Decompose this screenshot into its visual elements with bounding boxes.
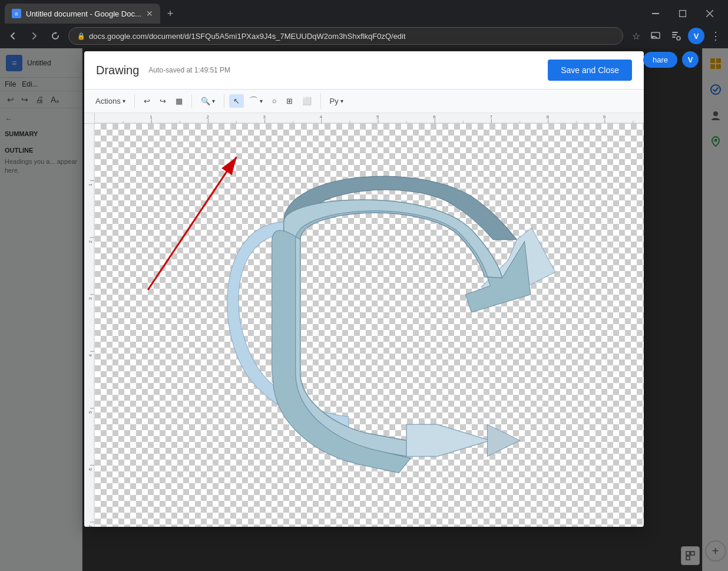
- svg-text:5: 5: [376, 114, 379, 120]
- svg-text:2: 2: [88, 240, 93, 243]
- share-label: hare: [653, 55, 668, 64]
- actions-label: Actions: [95, 97, 121, 105]
- close-button[interactable]: [696, 2, 723, 25]
- zoom-dropdown-icon: ▾: [212, 98, 215, 104]
- address-bar-icons: ☆ V ⋮: [628, 28, 723, 44]
- curve-dropdown-icon: ▾: [260, 98, 263, 104]
- chrome-menu-button[interactable]: ⋮: [708, 29, 723, 42]
- zoom-button[interactable]: 🔍 ▾: [197, 94, 219, 108]
- svg-text:7: 7: [489, 114, 492, 120]
- drawing-header: Drawing Auto-saved at 1:49:51 PM Save an…: [84, 51, 644, 90]
- browser-chrome: Untitled document - Google Doc... ✕ +: [0, 0, 728, 48]
- active-tab[interactable]: Untitled document - Google Doc... ✕: [5, 4, 160, 24]
- svg-text:3: 3: [263, 114, 266, 120]
- svg-text:7: 7: [88, 524, 93, 527]
- redo-icon: ↪: [160, 97, 166, 105]
- drawing-dialog: Drawing Auto-saved at 1:49:51 PM Save an…: [84, 51, 644, 527]
- drawing-overlay: Drawing Auto-saved at 1:49:51 PM Save an…: [0, 48, 728, 571]
- image-tool-button[interactable]: ⬜: [298, 94, 316, 108]
- drawing-toolbar: Actions ▾ ↩ ↪ ▦: [84, 90, 644, 113]
- drawing-title: Drawing: [96, 64, 139, 77]
- py-dropdown-icon: ▾: [340, 98, 343, 104]
- zoom-icon: 🔍: [201, 97, 210, 105]
- select-tool-icon: ↖: [233, 97, 240, 105]
- curve-tool-button[interactable]: ⌒ ▾: [245, 93, 267, 109]
- svg-text:5: 5: [88, 411, 93, 414]
- save-and-close-button[interactable]: Save and Close: [548, 60, 632, 81]
- user-avatar[interactable]: V: [682, 51, 699, 68]
- main-content: ≡ Untitled File Edi... ↩ ↪ 🖨 Aₐ ← SUMMAR…: [0, 48, 728, 571]
- oval-tool-button[interactable]: ○: [268, 94, 281, 108]
- forward-button[interactable]: [26, 28, 42, 44]
- redo-button[interactable]: ↪: [155, 94, 170, 108]
- drawing-canvas-area[interactable]: [95, 124, 644, 527]
- reload-button[interactable]: [47, 28, 64, 44]
- address-bar: 🔒 docs.google.com/document/d/1SFQu5A5mi1…: [0, 24, 728, 48]
- svg-text:6: 6: [433, 114, 436, 120]
- oval-tool-icon: ○: [272, 97, 277, 105]
- zoom-group: 🔍 ▾: [197, 94, 224, 108]
- auto-saved-status: Auto-saved at 1:49:51 PM: [148, 66, 230, 74]
- svg-rect-7: [672, 34, 677, 35]
- svg-text:6: 6: [88, 468, 93, 471]
- actions-dropdown-icon: ▾: [123, 98, 125, 104]
- tab-title: Untitled document - Google Doc...: [26, 9, 141, 18]
- svg-text:4: 4: [320, 114, 323, 120]
- undo-button[interactable]: ↩: [140, 94, 154, 108]
- svg-text:2: 2: [206, 114, 209, 120]
- svg-rect-8: [672, 37, 676, 38]
- textbox-tool-button[interactable]: ⊞: [282, 94, 297, 108]
- window-controls: [642, 2, 723, 25]
- svg-marker-4: [55, 32, 57, 34]
- undo-icon: ↩: [144, 97, 150, 105]
- history-group: ↩ ↪ ▦: [140, 94, 192, 108]
- py-button[interactable]: Py ▾: [326, 94, 348, 108]
- format-icon: ▦: [176, 97, 183, 105]
- py-group: Py ▾: [326, 94, 352, 108]
- svg-rect-10: [95, 113, 644, 124]
- svg-text:1: 1: [150, 114, 153, 120]
- format-button[interactable]: ▦: [171, 94, 187, 108]
- select-tool-button[interactable]: ↖: [229, 94, 244, 108]
- svg-rect-6: [672, 32, 678, 33]
- image-tool-icon: ⬜: [302, 97, 312, 105]
- canvas-top-row: 1 2 3 4 5 6 7: [84, 113, 644, 124]
- curve-tool-icon: ⌒: [249, 95, 258, 107]
- actions-button[interactable]: Actions ▾: [91, 94, 130, 108]
- svg-text:9: 9: [603, 114, 606, 120]
- horizontal-ruler: 1 2 3 4 5 6 7: [95, 113, 644, 124]
- svg-text:8: 8: [547, 114, 550, 120]
- svg-text:1: 1: [88, 183, 93, 186]
- tab-search-icon[interactable]: [668, 28, 684, 44]
- maximize-button[interactable]: [669, 2, 696, 25]
- url-text: docs.google.com/document/d/1SFQu5A5mi1PX…: [89, 32, 406, 41]
- bookmark-icon[interactable]: ☆: [628, 28, 644, 44]
- profile-avatar[interactable]: V: [688, 28, 704, 44]
- svg-text:4: 4: [88, 354, 93, 357]
- url-bar[interactable]: 🔒 docs.google.com/document/d/1SFQu5A5mi1…: [68, 27, 623, 45]
- back-button[interactable]: [5, 28, 21, 44]
- tab-favicon: [12, 9, 21, 18]
- canvas-with-rulers: 1 2 3 4 5 6 7: [84, 113, 644, 527]
- textbox-tool-icon: ⊞: [286, 97, 293, 105]
- tab-close-button[interactable]: ✕: [146, 9, 153, 18]
- vertical-ruler: 1 2 3 4 5 6 7: [84, 124, 95, 527]
- ruler-corner: [84, 113, 95, 124]
- new-tab-button[interactable]: +: [163, 5, 178, 22]
- svg-text:3: 3: [88, 297, 93, 300]
- tools-group: ↖ ⌒ ▾ ○ ⊞ ⬜: [229, 93, 321, 109]
- py-label: Py: [330, 97, 339, 105]
- minimize-button[interactable]: [642, 2, 669, 25]
- cast-icon[interactable]: [648, 28, 664, 44]
- svg-rect-0: [652, 13, 659, 14]
- share-button[interactable]: hare: [643, 52, 677, 68]
- svg-rect-1: [680, 11, 686, 17]
- tab-bar: Untitled document - Google Doc... ✕ +: [0, 0, 728, 24]
- canvas-middle-row: 1 2 3 4 5 6 7: [84, 124, 644, 527]
- actions-group: Actions ▾: [91, 94, 135, 108]
- svg-point-9: [677, 37, 680, 40]
